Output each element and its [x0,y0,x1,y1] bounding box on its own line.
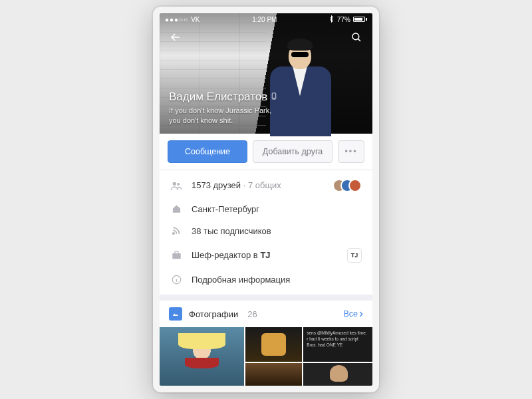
more-button[interactable]: ••• [338,140,364,163]
job-chip: TJ [347,248,362,263]
search-button[interactable] [347,28,366,47]
photo-thumb[interactable] [245,363,302,386]
row-friends[interactable]: 1573 друзей · 7 общих [160,173,372,198]
friends-count: 1573 друзей [192,180,241,190]
svg-rect-6 [172,253,181,259]
photo-thumb[interactable]: sens @MildlyAmused kes time. r had 6 wee… [303,327,372,362]
mobile-icon [271,92,277,101]
profile-status-line2: you don't know shit. [169,116,277,126]
photo-thumb[interactable] [160,327,244,386]
svg-point-0 [352,33,359,40]
photos-count: 26 [247,309,257,319]
rss-icon [170,226,182,235]
phone-frame: ●●●○○ VK 1:20 PM 77% [153,7,379,392]
battery-pct: 77% [337,16,350,23]
back-button[interactable] [166,28,185,47]
svg-point-3 [173,182,176,185]
carrier-label: VK [191,16,200,23]
job-place: TJ [260,250,270,260]
photos-title: Фотографии [189,309,238,319]
row-details[interactable]: Подробная информация [160,269,372,291]
message-button[interactable]: Сообщение [168,140,247,163]
photos-header[interactable]: Фотографии 26 Все [160,301,372,327]
row-city[interactable]: Санкт-Петербург [160,198,372,220]
job-prefix: Шеф-редактор в [192,250,260,260]
home-icon [170,204,182,213]
section-gap [160,295,372,301]
row-job[interactable]: Шеф-редактор в TJ TJ [160,242,372,269]
photos-all-link[interactable]: Все [343,309,363,319]
row-followers[interactable]: 38 тыс подписчиков [160,220,372,242]
mutual-avatars [332,179,362,192]
followers-label: 38 тыс подписчиков [192,226,362,236]
profile-name: Вадим Елистратов [169,90,267,104]
mutual-count: 7 общих [248,180,281,190]
svg-point-4 [177,183,180,186]
signal-dots-icon: ●●●○○ [165,16,188,23]
profile-cover: Вадим Елистратов If you don't know Juras… [160,13,372,134]
briefcase-icon [170,251,182,259]
bluetooth-icon [329,15,334,24]
screen: ●●●○○ VK 1:20 PM 77% [160,13,372,386]
city-label: Санкт-Петербург [192,204,362,214]
photos-section: Фотографии 26 Все sens @MildlyAmused kes… [160,301,372,386]
action-bar: Сообщение Добавить друга ••• [160,134,372,170]
svg-point-2 [274,98,275,98]
photo-thumb[interactable] [303,363,372,386]
avatar [348,179,362,192]
add-friend-button[interactable]: Добавить друга [253,140,332,163]
svg-point-5 [173,233,174,234]
photos-icon [169,307,182,321]
info-section: 1573 друзей · 7 общих Санкт-Петербург [160,170,372,295]
status-bar: ●●●○○ VK 1:20 PM 77% [160,13,372,25]
clock: 1:20 PM [252,16,277,23]
info-icon [170,275,182,285]
photos-grid: sens @MildlyAmused kes time. r had 6 wee… [160,327,372,386]
photo-thumb[interactable] [245,327,302,362]
friends-icon [170,181,182,190]
battery-icon [353,17,367,22]
details-label: Подробная информация [192,275,362,285]
profile-status-line1: If you don't know Jurassic Park, [169,106,277,116]
